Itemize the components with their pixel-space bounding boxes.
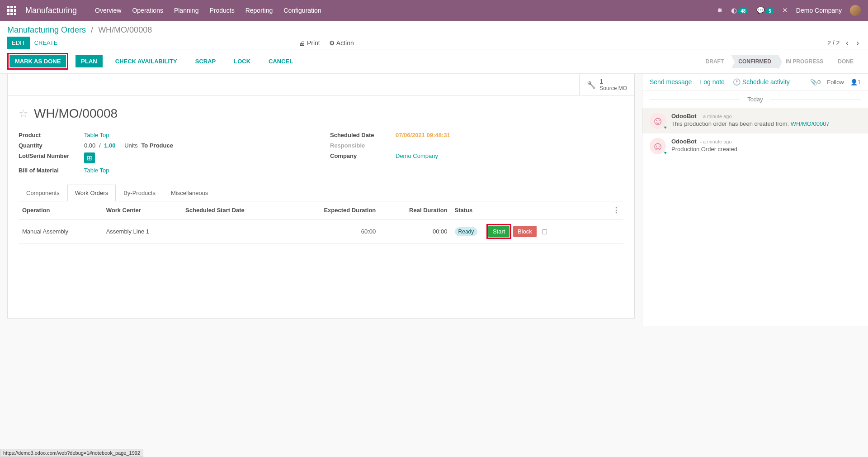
lock-button[interactable]: LOCK — [228, 55, 256, 67]
main-wrap: 1 Source MO ☆ WH/MO/00008 Product Table … — [0, 74, 868, 326]
tools-icon[interactable]: ✕ — [782, 6, 788, 14]
cell-work-center: Assembly Line 1 — [103, 219, 182, 244]
bom-label: Bill of Material — [19, 167, 84, 174]
responsible-label: Responsible — [330, 142, 396, 149]
product-label: Product — [19, 132, 84, 138]
add-lot-icon[interactable]: ⊞ — [84, 152, 95, 163]
bug-icon[interactable]: ✸ — [717, 6, 723, 14]
msg-text: This production order has been created f… — [671, 120, 861, 127]
menu-planning[interactable]: Planning — [174, 7, 199, 14]
today-divider: Today — [642, 90, 868, 108]
apps-icon[interactable] — [7, 6, 16, 15]
company-label: Company — [330, 152, 396, 163]
highlight-mark-done: MARK AS DONE — [7, 53, 68, 70]
clock-icon-small: 🕐 — [733, 78, 741, 86]
pager-next-icon[interactable]: › — [855, 37, 861, 49]
msg-text: Production Order created — [671, 146, 861, 152]
tabs: Components Work Orders By-Products Misce… — [19, 185, 623, 201]
attachment-count[interactable]: 📎0 — [810, 79, 821, 86]
print-label: Print — [307, 39, 320, 47]
tab-work-orders[interactable]: Work Orders — [67, 185, 116, 201]
log-note-button[interactable]: Log note — [700, 78, 725, 86]
menu-operations[interactable]: Operations — [132, 7, 163, 14]
work-orders-table: Operation Work Center Scheduled Start Da… — [19, 201, 623, 244]
scrap-button[interactable]: SCRAP — [190, 55, 222, 67]
table-row[interactable]: Manual Assembly Assembly Line 1 60:00 00… — [19, 219, 623, 244]
cell-real: 00:00 — [379, 219, 451, 244]
breadcrumb-current: WH/MO/00008 — [98, 25, 152, 34]
company-link[interactable]: Demo Company — [396, 152, 438, 159]
top-right: ✸ ◐48 💬5 ✕ Demo Company — [717, 5, 861, 16]
schedule-activity-button[interactable]: 🕐 Schedule activity — [733, 78, 790, 86]
favorite-star-icon[interactable]: ☆ — [19, 107, 28, 120]
pager-prev-icon[interactable]: ‹ — [844, 37, 850, 49]
status-done[interactable]: DONE — [830, 55, 861, 68]
follower-count[interactable]: 👤1 — [850, 79, 861, 86]
status-confirmed[interactable]: CONFIRMED — [731, 55, 778, 68]
app-title: Manufacturing — [25, 6, 77, 15]
edit-button[interactable]: EDIT — [7, 37, 30, 49]
th-operation: Operation — [19, 201, 103, 219]
block-button[interactable]: Block — [513, 226, 537, 237]
th-expected: Expected Duration — [286, 201, 379, 219]
start-button[interactable]: Start — [488, 226, 509, 237]
status-draft[interactable]: DRAFT — [698, 55, 731, 68]
msg-author: OdooBot — [671, 113, 697, 119]
product-link[interactable]: Table Top — [84, 132, 109, 138]
bot-avatar — [650, 113, 666, 129]
top-nav: Manufacturing Overview Operations Planni… — [0, 0, 868, 21]
chat-icon[interactable]: 💬5 — [756, 6, 774, 14]
menu-configuration[interactable]: Configuration — [283, 7, 321, 14]
pager-text: 2 / 2 — [827, 39, 840, 47]
tab-by-products[interactable]: By-Products — [116, 185, 163, 201]
msg-link[interactable]: WH/MO/00007 — [791, 120, 830, 127]
person-icon: 👤 — [850, 79, 858, 86]
company-switcher[interactable]: Demo Company — [796, 7, 842, 14]
lot-serial-label: Lot/Serial Number — [19, 152, 84, 163]
follow-button[interactable]: Follow — [827, 79, 844, 86]
cell-sched-start — [182, 219, 286, 244]
plan-button[interactable]: PLAN — [75, 55, 102, 67]
breadcrumb: Manufacturing Orders / WH/MO/00008 — [7, 25, 861, 35]
menu-products[interactable]: Products — [209, 7, 234, 14]
menu-overview[interactable]: Overview — [95, 7, 121, 14]
menu-reporting[interactable]: Reporting — [245, 7, 273, 14]
scheduled-date-value: 07/06/2021 09:48:31 — [396, 132, 623, 138]
cell-operation: Manual Assembly — [19, 219, 103, 244]
cancel-button[interactable]: CANCEL — [263, 55, 298, 67]
user-avatar[interactable] — [850, 5, 861, 16]
quantity-label: Quantity — [19, 142, 84, 149]
msg-time: - a minute ago — [700, 114, 731, 119]
to-produce-label: To Produce — [141, 142, 173, 149]
top-menu: Overview Operations Planning Products Re… — [95, 7, 321, 14]
check-availability-button[interactable]: CHECK AVAILABILITY — [110, 55, 183, 67]
stat-label: Source MO — [599, 85, 627, 91]
tab-components[interactable]: Components — [19, 185, 67, 201]
create-button[interactable]: CREATE — [30, 37, 62, 49]
tab-miscellaneous[interactable]: Miscellaneous — [163, 185, 216, 201]
highlight-start: Start — [486, 224, 511, 239]
qty-total: 1.00 — [104, 142, 115, 149]
qty-done: 0.00 — [84, 142, 95, 149]
cell-expected: 60:00 — [286, 219, 379, 244]
status-in-progress[interactable]: IN PROGRESS — [778, 55, 830, 68]
tablet-icon[interactable]: ▢ — [542, 228, 547, 235]
form-area: 1 Source MO ☆ WH/MO/00008 Product Table … — [0, 74, 642, 326]
th-status: Status — [451, 201, 609, 219]
message-item: OdooBot - a minute ago This production o… — [642, 108, 868, 133]
source-mo-stat-button[interactable]: 1 Source MO — [579, 74, 634, 95]
bom-link[interactable]: Table Top — [84, 167, 109, 174]
chat-badge: 5 — [766, 8, 774, 14]
send-message-button[interactable]: Send message — [650, 78, 692, 86]
print-dropdown[interactable]: 🖨 Print — [299, 39, 320, 47]
mark-done-button[interactable]: MARK AS DONE — [9, 55, 66, 67]
message-item: OdooBot - a minute ago Production Order … — [642, 133, 868, 159]
paperclip-icon: 📎 — [810, 79, 817, 86]
breadcrumb-root[interactable]: Manufacturing Orders — [7, 25, 86, 34]
action-dropdown[interactable]: ⚙ Action — [329, 39, 354, 47]
clock-icon[interactable]: ◐48 — [731, 6, 748, 14]
th-work-center: Work Center — [103, 201, 182, 219]
stat-count: 1 — [599, 78, 627, 85]
form-sheet: 1 Source MO ☆ WH/MO/00008 Product Table … — [7, 74, 635, 319]
table-options-icon[interactable]: ⋮ — [613, 206, 620, 214]
